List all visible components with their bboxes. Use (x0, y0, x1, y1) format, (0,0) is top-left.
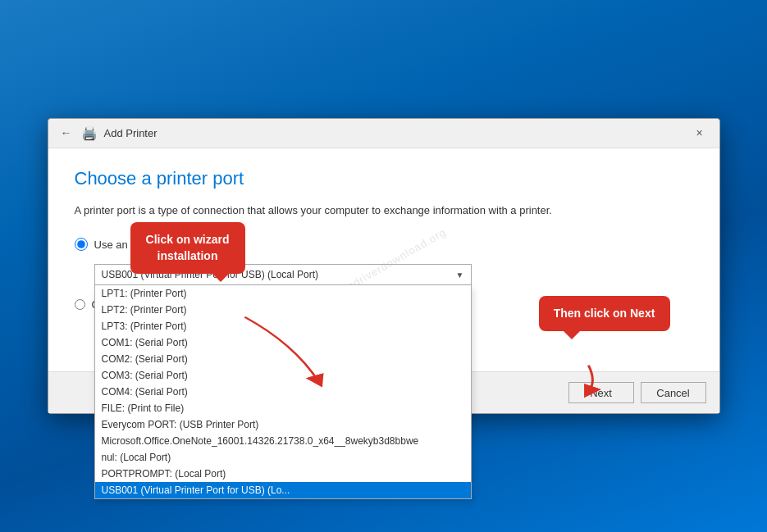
dropdown-item[interactable]: PORTPROMPT: (Local Port) (95, 466, 471, 482)
next-button[interactable]: Next (568, 382, 634, 403)
dropdown-item[interactable]: nul: (Local Port) (95, 449, 471, 466)
content-area: Choose a printer port A printer port is … (48, 148, 719, 372)
existing-port-radio[interactable] (75, 238, 88, 251)
back-button[interactable]: ← (58, 125, 75, 141)
existing-port-label: Use an existing port: (94, 239, 192, 251)
dropdown-item[interactable]: Microsoft.Office.OneNote_16001.14326.217… (95, 433, 471, 449)
dropdown-item[interactable]: COM4: (Serial Port) (95, 384, 471, 400)
page-title: Choose a printer port (75, 168, 693, 189)
dropdown-list: LPT1: (Printer Port)LPT2: (Printer Port)… (94, 285, 472, 499)
dropdown-item[interactable]: Everycom PORT: (USB Printer Port) (95, 416, 471, 433)
dropdown-item[interactable]: COM3: (Serial Port) (95, 367, 471, 384)
port-dropdown[interactable]: USB001 (Virtual Printer Port for USB) (L… (94, 264, 472, 285)
dropdown-item[interactable]: COM1: (Serial Port) (95, 334, 471, 351)
dropdown-item[interactable]: LPT1: (Printer Port) (95, 285, 471, 302)
existing-port-row: Use an existing port: (75, 238, 693, 251)
page-description: A printer port is a type of connection t… (75, 202, 693, 219)
dropdown-item[interactable]: USB001 (Virtual Printer Port for USB) (L… (95, 482, 471, 498)
dropdown-selected-value: USB001 (Virtual Printer Port for USB) (L… (102, 269, 319, 280)
title-bar: ← 🖨️ Add Printer × (48, 119, 719, 148)
close-button[interactable]: × (690, 123, 710, 143)
new-port-radio[interactable] (75, 299, 85, 310)
dropdown-item[interactable]: LPT2: (Printer Port) (95, 302, 471, 318)
window-title: Add Printer (104, 127, 158, 139)
cancel-button[interactable]: Cancel (641, 382, 706, 403)
dropdown-item[interactable]: FILE: (Print to File) (95, 400, 471, 416)
dropdown-item[interactable]: LPT3: (Printer Port) (95, 318, 471, 334)
dropdown-arrow-icon: ▼ (456, 271, 464, 280)
title-bar-left: ← 🖨️ Add Printer (58, 125, 690, 141)
options-area: Use an existing port: USB001 (Virtual Pr… (75, 238, 693, 342)
port-dropdown-container: USB001 (Virtual Printer Port for USB) (L… (94, 264, 693, 285)
printer-icon: 🖨️ (81, 125, 98, 141)
dropdown-item[interactable]: COM2: (Serial Port) (95, 351, 471, 367)
add-printer-window: ← 🖨️ Add Printer × Choose a printer port… (48, 118, 720, 415)
